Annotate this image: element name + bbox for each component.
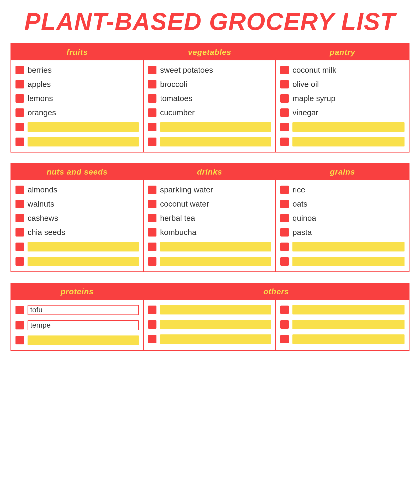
checkbox-icon[interactable] [280, 108, 289, 117]
header-proteins: proteins [11, 284, 143, 300]
checkbox-icon[interactable] [280, 320, 289, 329]
checkbox-icon[interactable] [15, 228, 24, 237]
list-item [280, 254, 405, 269]
item-label: coconut water [160, 200, 209, 208]
item-label: berries [28, 66, 52, 75]
blank-input[interactable] [160, 305, 271, 314]
checkbox-icon[interactable] [15, 321, 24, 329]
checkbox-icon[interactable] [148, 257, 156, 266]
checkbox-icon[interactable] [280, 214, 289, 222]
checkbox-icon[interactable] [15, 94, 24, 103]
list-item [280, 302, 405, 317]
checkbox-icon[interactable] [280, 243, 289, 251]
checkbox-icon[interactable] [15, 306, 24, 314]
checkbox-icon[interactable] [15, 257, 24, 266]
blank-input[interactable] [160, 122, 271, 132]
header-nuts: nuts and seeds [11, 164, 143, 180]
checkbox-icon[interactable] [280, 80, 289, 88]
checkbox-icon[interactable] [148, 200, 156, 208]
section-3: proteins others [10, 283, 410, 351]
checkbox-icon[interactable] [148, 243, 156, 251]
tempe-input[interactable] [28, 320, 139, 330]
blank-input[interactable] [292, 257, 405, 266]
item-label: apples [28, 80, 51, 89]
item-label: broccoli [160, 80, 187, 89]
checkbox-icon[interactable] [280, 257, 289, 266]
blank-input[interactable] [292, 334, 405, 344]
item-label: kombucha [160, 228, 196, 237]
list-item [15, 302, 139, 318]
checkbox-icon[interactable] [280, 186, 289, 194]
blank-input[interactable] [292, 122, 405, 132]
blank-input[interactable] [160, 320, 271, 329]
checkbox-icon[interactable] [280, 94, 289, 103]
checkbox-icon[interactable] [15, 123, 24, 131]
checkbox-icon[interactable] [15, 186, 24, 194]
blank-input[interactable] [28, 122, 139, 132]
blank-input[interactable] [292, 242, 405, 251]
checkbox-icon[interactable] [148, 228, 156, 237]
item-label: walnuts [28, 200, 54, 208]
checkbox-icon[interactable] [148, 306, 156, 314]
checkbox-icon[interactable] [15, 108, 24, 117]
list-item: lemons [15, 91, 139, 106]
blank-input[interactable] [28, 242, 139, 251]
checkbox-icon[interactable] [280, 335, 289, 343]
list-item: coconut milk [280, 63, 405, 77]
checkbox-icon[interactable] [15, 243, 24, 251]
checkbox-icon[interactable] [15, 200, 24, 208]
checkbox-icon[interactable] [15, 66, 24, 74]
checkbox-icon[interactable] [15, 80, 24, 88]
items-vegetables: sweet potatoes broccoli tomatoes cucumbe… [144, 60, 276, 152]
checkbox-icon[interactable] [148, 66, 156, 74]
blank-input[interactable] [292, 137, 405, 146]
blank-input[interactable] [28, 257, 139, 266]
blank-input[interactable] [292, 320, 405, 329]
checkbox-icon[interactable] [148, 123, 156, 131]
checkbox-icon[interactable] [148, 186, 156, 194]
checkbox-icon[interactable] [15, 138, 24, 146]
list-item: berries [15, 63, 139, 77]
checkbox-icon[interactable] [280, 66, 289, 74]
others-col-1 [144, 300, 276, 350]
list-item: chia seeds [15, 225, 139, 239]
checkbox-icon[interactable] [280, 123, 289, 131]
list-item: oranges [15, 106, 139, 120]
list-item: vinegar [280, 106, 405, 120]
item-label: coconut milk [292, 66, 336, 75]
col-pantry: pantry coconut milk olive oil maple syru… [276, 44, 409, 152]
list-item [280, 239, 405, 254]
blank-input[interactable] [28, 335, 139, 345]
col-proteins: proteins [11, 284, 144, 350]
list-item [280, 332, 405, 346]
checkbox-icon[interactable] [148, 108, 156, 117]
checkbox-icon[interactable] [280, 228, 289, 237]
item-label: pasta [292, 228, 312, 237]
checkbox-icon[interactable] [148, 214, 156, 222]
list-item [280, 134, 405, 149]
list-item [148, 332, 271, 346]
blank-input[interactable] [160, 257, 271, 266]
blank-input[interactable] [292, 305, 405, 314]
checkbox-icon[interactable] [148, 335, 156, 343]
header-grains: grains [276, 164, 409, 180]
list-item [148, 317, 271, 332]
checkbox-icon[interactable] [148, 94, 156, 103]
blank-input[interactable] [28, 137, 139, 146]
blank-input[interactable] [160, 137, 271, 146]
checkbox-icon[interactable] [15, 214, 24, 222]
tofu-input[interactable] [28, 305, 139, 315]
item-label: quinoa [292, 214, 316, 223]
list-item: sweet potatoes [148, 63, 271, 77]
checkbox-icon[interactable] [280, 306, 289, 314]
checkbox-icon[interactable] [15, 336, 24, 344]
checkbox-icon[interactable] [280, 200, 289, 208]
checkbox-icon[interactable] [148, 138, 156, 146]
list-item [148, 302, 271, 317]
checkbox-icon[interactable] [280, 138, 289, 146]
checkbox-icon[interactable] [148, 320, 156, 329]
checkbox-icon[interactable] [148, 80, 156, 88]
blank-input[interactable] [160, 334, 271, 344]
blank-input[interactable] [160, 242, 271, 251]
list-item [280, 317, 405, 332]
